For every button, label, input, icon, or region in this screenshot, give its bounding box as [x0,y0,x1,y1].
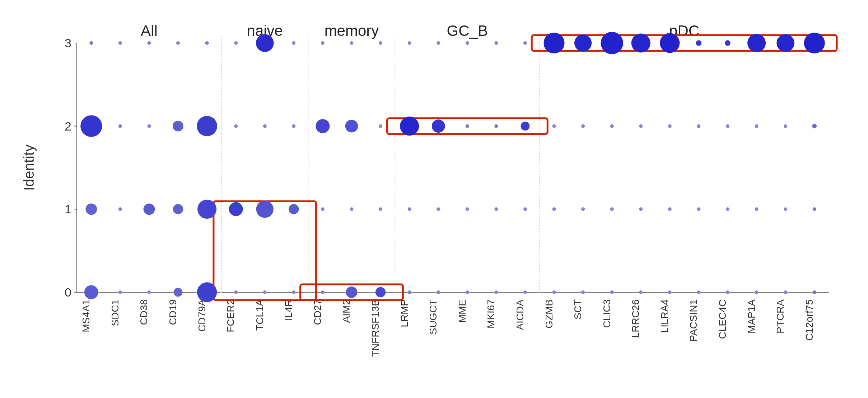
dot [205,41,209,45]
svg-text:SCT: SCT [572,299,583,319]
svg-text:GZMB: GZMB [543,299,555,328]
svg-text:TNFRSF13B: TNFRSF13B [370,299,381,357]
dot [147,41,151,45]
dot [668,124,672,128]
dot [466,41,469,45]
svg-text:3: 3 [65,36,71,50]
svg-text:MAP1A: MAP1A [746,299,757,333]
dot [379,124,382,128]
chart-container: Identity0123AllnaivememoryGC_BpDCMS4A1SD… [21,11,847,387]
dot [543,33,564,53]
svg-text:PACSIN1: PACSIN1 [688,299,699,342]
svg-text:Identity: Identity [21,144,37,191]
dot [375,287,386,297]
dot [601,32,623,54]
svg-text:CD27: CD27 [312,299,323,325]
dot [755,124,759,128]
dot [147,124,151,128]
svg-text:IL4R: IL4R [283,299,294,321]
svg-text:FCER2: FCER2 [225,299,236,332]
svg-text:PTCRA: PTCRA [775,299,786,333]
dot [755,207,759,211]
dot [813,207,816,211]
dot [631,33,650,52]
dot [118,207,122,211]
dot [89,41,93,45]
dot [321,41,325,45]
dot [174,288,183,297]
svg-text:memory: memory [325,22,379,39]
svg-text:LRRC26: LRRC26 [630,299,641,338]
dot [350,41,353,45]
svg-text:CLIC3: CLIC3 [601,299,612,328]
dot [581,290,585,294]
dot [668,207,672,211]
dot [697,207,700,211]
dot [494,207,498,211]
dot [812,124,817,128]
dot [697,124,700,128]
dot [432,119,445,133]
svg-text:AIM2: AIM2 [341,299,352,323]
dot [379,41,382,45]
dot [256,34,274,52]
dot [173,204,183,214]
dot [234,124,238,128]
dot [725,40,731,46]
svg-text:2: 2 [65,119,71,133]
svg-text:MKI67: MKI67 [485,299,496,328]
dot [552,124,556,128]
dot [379,207,382,211]
svg-text:CLEC4C: CLEC4C [717,299,728,339]
dot [197,200,216,219]
dot [747,34,766,52]
dot [697,290,700,294]
dot [400,117,419,136]
svg-text:C12orf75: C12orf75 [804,299,815,341]
dot [118,124,122,128]
svg-text:CD19: CD19 [167,299,178,325]
dot [437,41,440,45]
dot [494,41,498,45]
dot [494,124,498,128]
svg-text:1: 1 [65,202,71,216]
dot [437,290,440,294]
dot [229,202,243,216]
dot [289,204,299,214]
dot [776,34,794,52]
dot [84,285,98,299]
dot [610,124,614,128]
dot [804,33,825,53]
dot [350,207,353,211]
dot [574,34,592,52]
svg-text:LILRA4: LILRA4 [659,299,670,333]
dot [552,207,556,211]
dot [197,282,217,302]
dot [143,203,155,215]
dot [726,207,729,211]
dot [494,290,498,294]
dot [668,290,672,294]
dot [437,207,440,211]
dot [523,41,527,45]
dot [256,200,274,218]
dot [147,290,151,294]
svg-text:SDC1: SDC1 [109,299,121,326]
dot [80,115,102,137]
dot [784,290,787,294]
svg-text:CD79A: CD79A [196,299,207,332]
dot [85,203,97,215]
dot [466,207,469,211]
dot [408,41,411,45]
dot [263,290,267,294]
dot [610,207,614,211]
svg-text:CD38: CD38 [138,299,149,325]
dot [292,124,295,128]
dot [639,290,643,294]
dot [660,33,680,53]
dot [610,290,614,294]
svg-text:SUGCT: SUGCT [428,299,439,335]
dot [639,124,643,128]
dot [784,124,787,128]
dot [813,290,816,294]
